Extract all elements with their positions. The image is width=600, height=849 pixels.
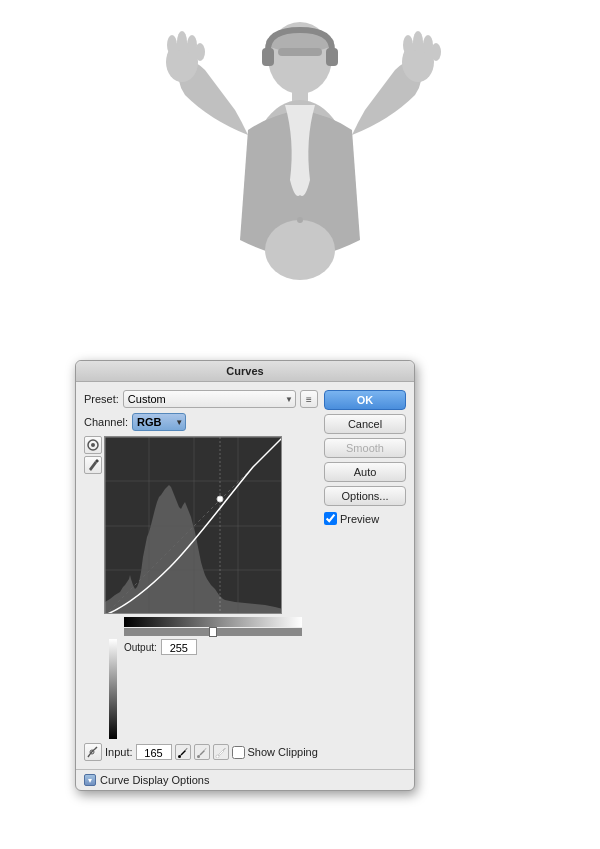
channel-select-wrap[interactable]: RGB Red Green Blue ▼: [132, 413, 186, 431]
preset-select[interactable]: Custom Default Strong Contrast: [123, 390, 296, 408]
show-clipping-wrap: Show Clipping: [232, 746, 318, 759]
svg-point-48: [197, 755, 200, 758]
output-gradient: [109, 639, 117, 739]
svg-point-12: [413, 31, 423, 53]
show-clipping-checkbox[interactable]: [232, 746, 245, 759]
svg-point-7: [177, 31, 187, 53]
svg-point-14: [431, 43, 441, 61]
output-input-row: Output: 255: [104, 639, 318, 739]
ok-button[interactable]: OK: [324, 390, 406, 410]
curve-pencil-tool[interactable]: [84, 456, 102, 474]
svg-point-34: [91, 443, 95, 447]
svg-rect-15: [262, 48, 274, 66]
curve-select-tool[interactable]: [84, 436, 102, 454]
curve-display-options-row: ▾ Curve Display Options: [76, 769, 414, 790]
channel-label: Channel:: [84, 416, 128, 428]
cancel-button[interactable]: Cancel: [324, 414, 406, 434]
curve-node-small-tool[interactable]: [84, 743, 102, 761]
output-col: [104, 639, 122, 739]
curve-display-options-label: Curve Display Options: [100, 774, 209, 786]
dialog-body: Preset: Custom Default Strong Contrast ▼…: [76, 382, 414, 769]
preset-label: Preset:: [84, 393, 119, 405]
gradient-bars: [104, 615, 318, 636]
dialog-titlebar: Curves: [76, 361, 414, 382]
curves-dialog: Curves Preset: Custom Default Strong Con…: [75, 360, 415, 791]
svg-point-6: [167, 35, 177, 55]
curve-graph-wrap: Output: 255: [104, 436, 318, 739]
svg-point-17: [265, 220, 335, 280]
white-point-eyedropper[interactable]: [213, 744, 229, 760]
output-label: Output:: [124, 642, 157, 653]
options-button[interactable]: Options...: [324, 486, 406, 506]
preset-menu-button[interactable]: ≡: [300, 390, 318, 408]
curve-graph[interactable]: [104, 436, 282, 614]
curve-tools: [84, 436, 102, 739]
svg-rect-16: [326, 48, 338, 66]
smooth-button[interactable]: Smooth: [324, 438, 406, 458]
curve-container: Output: 255: [84, 436, 318, 739]
dialog-right-panel: OK Cancel Smooth Auto Options... Preview: [324, 390, 406, 761]
preset-row: Preset: Custom Default Strong Contrast ▼…: [84, 390, 318, 408]
auto-button[interactable]: Auto: [324, 462, 406, 482]
input-label: Input:: [105, 746, 133, 758]
preview-row: Preview: [324, 512, 406, 525]
preview-label: Preview: [340, 513, 379, 525]
output-field-row: Output: 255: [124, 639, 197, 655]
preset-select-wrap[interactable]: Custom Default Strong Contrast ▼: [123, 390, 296, 408]
svg-point-9: [195, 43, 205, 61]
svg-point-11: [403, 35, 413, 55]
black-point-eyedropper[interactable]: [175, 744, 191, 760]
svg-point-18: [297, 217, 303, 223]
dialog-title: Curves: [226, 365, 263, 377]
input-value[interactable]: 165: [136, 744, 172, 760]
svg-rect-2: [278, 48, 322, 56]
input-gradient-bar: [124, 615, 302, 636]
curve-display-collapse-button[interactable]: ▾: [84, 774, 96, 786]
preview-checkbox[interactable]: [324, 512, 337, 525]
figure-top: [130, 20, 470, 365]
io-fields: Output: 255: [124, 639, 197, 658]
channel-row: Channel: RGB Red Green Blue ▼: [84, 413, 318, 431]
dialog-left-panel: Preset: Custom Default Strong Contrast ▼…: [84, 390, 318, 761]
channel-select[interactable]: RGB Red Green Blue: [132, 413, 186, 431]
svg-point-47: [178, 755, 181, 758]
bottom-controls-row: Input: 165 Show Clipping: [84, 743, 318, 761]
show-clipping-label: Show Clipping: [248, 746, 318, 758]
gray-point-eyedropper[interactable]: [194, 744, 210, 760]
output-value[interactable]: 255: [161, 639, 197, 655]
svg-point-49: [216, 755, 219, 758]
